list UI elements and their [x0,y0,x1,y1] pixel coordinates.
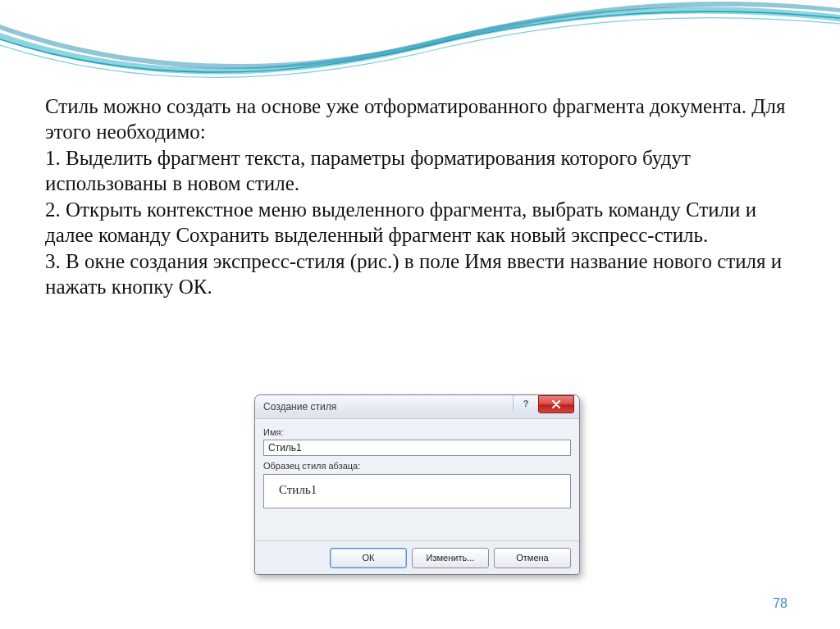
modify-button[interactable]: Изменить... [412,548,489,568]
close-button[interactable] [538,395,574,413]
ok-button-label: ОК [363,553,375,563]
dialog-body: Имя: Образец стиля абзаца: Стиль1 [255,419,579,508]
create-style-dialog: Создание стиля ? Имя: Образец стиля абза… [254,394,580,575]
slide-body: Стиль можно создать на основе уже отформ… [45,94,788,301]
help-button[interactable]: ? [513,395,539,412]
ok-button[interactable]: ОК [330,548,407,568]
decorative-wave [0,0,840,90]
window-controls: ? [513,395,579,418]
style-preview: Стиль1 [263,474,571,508]
modify-button-label: Изменить... [427,553,475,563]
body-paragraph-1: Стиль можно создать на основе уже отформ… [45,94,788,144]
name-label: Имя: [263,427,571,437]
dialog-footer: ОК Изменить... Отмена [255,540,579,574]
page-number: 78 [773,596,788,611]
close-icon [551,400,561,408]
body-paragraph-3: 2. Открыть контекстное меню выделенного … [45,198,788,248]
dialog-title: Создание стиля [263,401,513,412]
dialog-titlebar[interactable]: Создание стиля ? [255,395,579,419]
cancel-button[interactable]: Отмена [494,548,571,568]
body-paragraph-2: 1. Выделить фрагмент текста, параметры ф… [45,146,788,196]
cancel-button-label: Отмена [516,553,548,563]
style-preview-text: Стиль1 [279,483,317,496]
body-paragraph-4: 3. В окне создания экспресс-стиля (рис.)… [45,249,788,299]
name-field[interactable] [263,440,571,456]
preview-label: Образец стиля абзаца: [263,461,571,471]
help-icon: ? [523,399,529,408]
